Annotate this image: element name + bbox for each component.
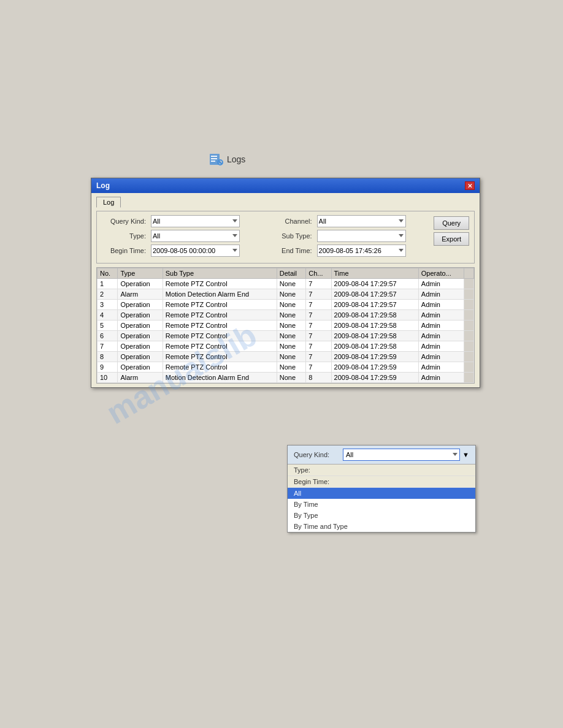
tab-log[interactable]: Log	[96, 197, 121, 208]
table-row[interactable]: 7OperationRemote PTZ ControlNone72009-08…	[98, 341, 474, 352]
filter-row-end-time: End Time: 2009-08-05 17:45:26	[268, 245, 429, 257]
logs-icon	[209, 152, 223, 167]
table-row[interactable]: 10AlarmMotion Detection Alarm EndNone820…	[98, 373, 474, 383]
log-dialog: Log ✕ Log Query Kind: All By Time By Typ…	[91, 178, 480, 388]
table-row[interactable]: 5OperationRemote PTZ ControlNone72009-08…	[98, 320, 474, 331]
export-button[interactable]: Export	[434, 232, 469, 246]
col-header-no: No.	[98, 268, 118, 279]
table-row[interactable]: 4OperationRemote PTZ ControlNone72009-08…	[98, 310, 474, 320]
col-header-detail: Detail	[277, 268, 306, 279]
scrollbar-header	[464, 268, 474, 279]
sub-type-label: Sub Type:	[268, 232, 312, 240]
dropdown-begin-time-row: Begin Time:	[288, 476, 475, 488]
dropdown-query-kind-label: Query Kind:	[294, 451, 343, 458]
logs-header: Logs	[209, 152, 245, 167]
query-button[interactable]: Query	[434, 216, 469, 230]
dialog-content: Log Query Kind: All By Time By Type By T…	[91, 193, 480, 387]
table-row[interactable]: 8OperationRemote PTZ ControlNone72009-08…	[98, 352, 474, 362]
type-label: Type:	[102, 232, 146, 240]
channel-label: Channel:	[268, 218, 312, 225]
svg-rect-1	[211, 156, 217, 157]
filter-row-query-kind: Query Kind: All By Time By Type By Time …	[102, 215, 263, 227]
dropdown-type-label: Type:	[294, 466, 343, 474]
table-row[interactable]: 9OperationRemote PTZ ControlNone72009-08…	[98, 362, 474, 373]
sub-type-select[interactable]	[317, 230, 406, 242]
col-header-time: Time	[331, 268, 418, 279]
end-time-select[interactable]: 2009-08-05 17:45:26	[317, 245, 406, 257]
table-row[interactable]: 2AlarmMotion Detection Alarm EndNone7200…	[98, 289, 474, 300]
log-table: No. Type Sub Type Detail Ch... Time Oper…	[97, 268, 474, 384]
table-row[interactable]: 3OperationRemote PTZ ControlNone72009-08…	[98, 300, 474, 310]
close-button[interactable]: ✕	[465, 181, 475, 190]
buttons-column: Query Export	[434, 215, 469, 246]
tab-strip: Log	[96, 197, 475, 207]
filter-row-type: Type: All	[102, 230, 263, 242]
dialog-title-bar: Log ✕	[91, 178, 480, 193]
begin-time-label: Begin Time:	[102, 247, 146, 254]
col-header-ch: Ch...	[306, 268, 331, 279]
query-kind-label: Query Kind:	[102, 218, 146, 225]
channel-select[interactable]: All	[317, 215, 406, 227]
table-row[interactable]: 1OperationRemote PTZ ControlNone72009-08…	[98, 279, 474, 289]
col-header-sub-type: Sub Type	[163, 268, 277, 279]
filter-row-channel: Channel: All	[268, 215, 429, 227]
end-time-label: End Time:	[268, 247, 312, 254]
type-select[interactable]: All	[151, 230, 240, 242]
dropdown-popup: Query Kind: All ▼ Type: Begin Time: All …	[287, 445, 476, 533]
filter-row-begin-time: Begin Time: 2009-08-05 00:00:00	[102, 245, 263, 257]
dropdown-option-by-time[interactable]: By Time	[288, 499, 475, 510]
svg-rect-2	[211, 158, 217, 159]
dropdown-option-by-type[interactable]: By Type	[288, 510, 475, 521]
dropdown-option-all[interactable]: All	[288, 488, 475, 499]
svg-rect-3	[211, 161, 215, 162]
dropdown-header-row: Query Kind: All ▼	[288, 446, 475, 464]
dropdown-options-list: All By Time By Type By Time and Type	[288, 488, 475, 532]
dropdown-type-row: Type:	[288, 464, 475, 476]
col-header-type: Type	[118, 268, 163, 279]
logs-title: Logs	[227, 154, 245, 164]
table-row[interactable]: 6OperationRemote PTZ ControlNone72009-08…	[98, 331, 474, 341]
log-table-container: No. Type Sub Type Detail Ch... Time Oper…	[96, 267, 475, 384]
query-kind-select[interactable]: All By Time By Type By Time and Type	[151, 215, 240, 227]
dialog-title: Log	[96, 181, 110, 190]
dropdown-begin-time-label: Begin Time:	[294, 478, 343, 485]
table-row[interactable]: 11OperationRemote PTZ ControlNone72009-0…	[98, 383, 474, 384]
col-header-operator: Operato...	[418, 268, 464, 279]
filter-area: Query Kind: All By Time By Type By Time …	[96, 211, 475, 264]
dropdown-query-kind-select[interactable]: All	[343, 449, 460, 461]
begin-time-select[interactable]: 2009-08-05 00:00:00	[151, 245, 240, 257]
dropdown-option-by-time-and-type[interactable]: By Time and Type	[288, 521, 475, 532]
filter-row-sub-type: Sub Type:	[268, 230, 429, 242]
